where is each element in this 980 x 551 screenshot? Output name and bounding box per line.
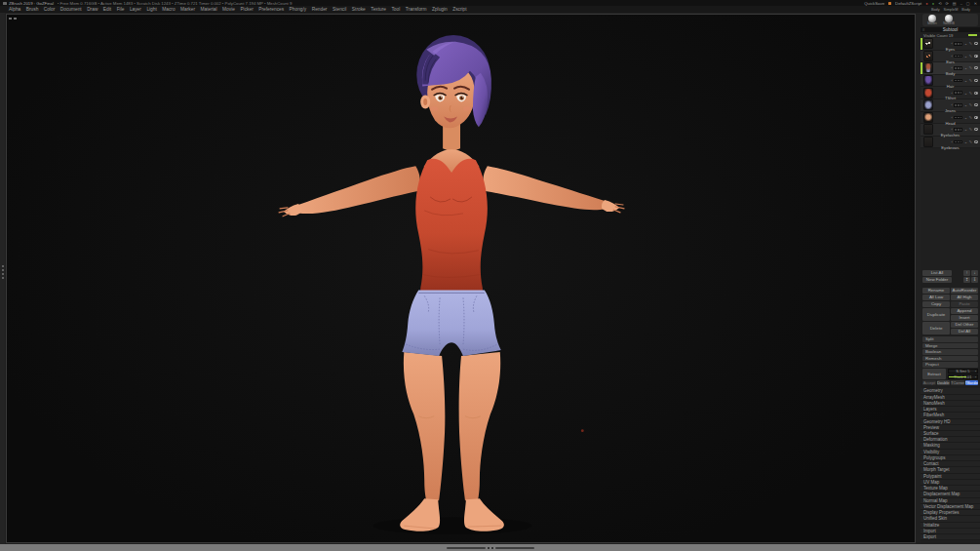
minimize-icon[interactable]: – (960, 1, 962, 6)
move-up-button[interactable]: ↑ (963, 270, 970, 276)
subtool-thumbnail[interactable] (923, 124, 934, 135)
menu-item[interactable]: Alpha (9, 7, 20, 12)
visibility-eye-icon[interactable] (974, 55, 979, 58)
folder-up-button[interactable]: ↥ (963, 277, 970, 283)
visibility-eye-icon[interactable] (974, 92, 979, 95)
maximize-icon[interactable]: ▢ (966, 1, 970, 6)
all-high-button[interactable]: All High (951, 295, 978, 300)
collapse-arrow-icon[interactable]: ‹ (951, 65, 952, 70)
subtool-row[interactable]: Eyelashes ‹ ⌄ ✎ (921, 124, 980, 137)
del-all-button[interactable]: Del All (951, 329, 978, 335)
insert-button[interactable]: Insert (951, 315, 978, 321)
subtool-thumbnail[interactable] (923, 137, 934, 147)
subtool-thumbnail[interactable] (923, 62, 934, 73)
subtool-thumbnail[interactable] (923, 75, 934, 86)
autoreorder-button[interactable]: AutoReorder (951, 288, 978, 294)
collapse-arrow-icon[interactable]: ‹ (951, 127, 952, 132)
collapse-arrow-icon[interactable]: ‹ (951, 115, 952, 120)
caret-down-icon[interactable]: ⌄ (964, 41, 967, 46)
menu-item[interactable]: Layer (130, 7, 141, 12)
menu-item[interactable]: Phong/y (290, 7, 307, 12)
caret-down-icon[interactable]: ⌄ (964, 127, 967, 132)
section-header[interactable]: Project (922, 362, 978, 368)
menu-item[interactable]: Texture (371, 7, 386, 12)
collapse-arrow-icon[interactable]: ‹ (951, 139, 952, 144)
extract-slider[interactable]: Thick 0.01 ▪ (948, 374, 979, 379)
resolution-slider[interactable] (954, 140, 962, 144)
polypaint-pencil-icon[interactable]: ✎ (969, 54, 972, 59)
copy-button[interactable]: Copy (922, 301, 950, 307)
move-down-button[interactable]: ↓ (971, 270, 978, 276)
subtool-header[interactable]: ≡ Subtool (921, 27, 980, 32)
menu-item[interactable]: File (117, 7, 125, 12)
subtool-row[interactable]: Jeans ‹ ⌄ ✎ (921, 99, 980, 112)
undo-icon[interactable]: ⟲ (938, 1, 941, 6)
menu-item[interactable]: Marker (180, 7, 195, 12)
extract-toggle-button[interactable]: Accept (922, 380, 936, 386)
paste-button[interactable]: Paste (951, 301, 978, 307)
collapse-arrow-icon[interactable]: ‹ (951, 41, 952, 46)
caret-down-icon[interactable]: ⌄ (964, 65, 967, 70)
subtool-thumbnail[interactable] (923, 38, 934, 49)
resolution-slider[interactable] (954, 91, 962, 95)
quick-label[interactable]: SimpleM (944, 8, 959, 12)
menu-item[interactable]: Macro (162, 7, 175, 12)
subtool-thumbnail[interactable] (923, 88, 934, 98)
visibility-eye-icon[interactable] (974, 103, 979, 106)
menu-item[interactable]: Tool (391, 7, 400, 12)
section-header[interactable]: Split (922, 336, 978, 342)
caret-down-icon[interactable]: ⌄ (964, 139, 967, 144)
collapse-arrow-icon[interactable]: ‹ (951, 54, 952, 59)
polypaint-pencil-icon[interactable]: ✎ (969, 102, 972, 107)
polypaint-pencil-icon[interactable]: ✎ (969, 115, 972, 120)
menu-item[interactable]: Movie (222, 7, 235, 12)
visibility-eye-icon[interactable] (974, 128, 979, 131)
resolution-slider[interactable] (954, 116, 962, 120)
section-header[interactable]: Merge (922, 343, 978, 349)
menu-item[interactable]: Render (312, 7, 328, 12)
menu-item[interactable]: Preferences (258, 7, 284, 12)
subtool-row[interactable]: Eyebrows ‹ ⌄ ✎ (921, 137, 980, 149)
canvas-area[interactable] (5, 13, 917, 544)
subtool-row[interactable]: Ears ‹ ⌄ ✎ (921, 51, 980, 63)
left-tray-handle[interactable] (2, 265, 4, 279)
menu-item[interactable]: Transform (406, 7, 427, 12)
subtool-row[interactable]: Body ‹ ⌄ ✎ (921, 62, 980, 75)
menu-item[interactable]: Edit (103, 7, 111, 12)
caret-down-icon[interactable]: ⌄ (964, 54, 967, 59)
green-dot-icon[interactable]: ● (932, 1, 934, 6)
resolution-slider[interactable] (954, 55, 962, 59)
subtool-row[interactable]: TShirt ‹ ⌄ ✎ (921, 87, 980, 99)
document-viewport[interactable] (6, 14, 916, 543)
visibility-eye-icon[interactable] (974, 140, 979, 143)
visibility-eye-icon[interactable] (974, 66, 979, 69)
subtool-thumbnail[interactable] (923, 99, 934, 110)
rename-button[interactable]: Rename (922, 288, 950, 294)
collapse-arrow-icon[interactable]: ‹ (951, 91, 952, 96)
visibility-eye-icon[interactable] (974, 42, 979, 45)
folder-down-button[interactable]: ↧ (971, 277, 978, 283)
menu-item[interactable]: Document (60, 7, 82, 12)
del-other-button[interactable]: Del Other (951, 322, 978, 328)
collapse-arrow-icon[interactable]: ‹ (951, 102, 952, 107)
append-button[interactable]: Append (951, 308, 978, 314)
tool-thumbnail[interactable]: Materi (925, 15, 939, 26)
new-folder-button[interactable]: New Folder (922, 277, 952, 283)
menu-item[interactable]: Material (201, 7, 217, 12)
caret-down-icon[interactable]: ⌄ (964, 102, 967, 107)
quicksave-button[interactable]: QuickSave (864, 1, 884, 6)
resolution-slider[interactable] (954, 103, 962, 107)
visible-count-bar[interactable] (968, 34, 977, 36)
menu-item[interactable]: Zplugin (432, 7, 448, 12)
redo-icon[interactable]: ⟳ (945, 1, 948, 6)
menu-item[interactable]: Light (146, 7, 156, 12)
quick-label[interactable]: Body (961, 8, 970, 12)
extract-slider[interactable]: S.Smt 5 ▪ (948, 369, 979, 374)
section-header[interactable]: Remesh (922, 356, 978, 362)
red-dot-icon[interactable]: ● (925, 1, 927, 6)
caret-down-icon[interactable]: ⌄ (964, 78, 967, 83)
polypaint-pencil-icon[interactable]: ✎ (969, 78, 972, 83)
visibility-eye-icon[interactable] (974, 79, 979, 82)
caret-down-icon[interactable]: ⌄ (964, 115, 967, 120)
layout-grid-icon[interactable]: ▤ (953, 1, 957, 6)
